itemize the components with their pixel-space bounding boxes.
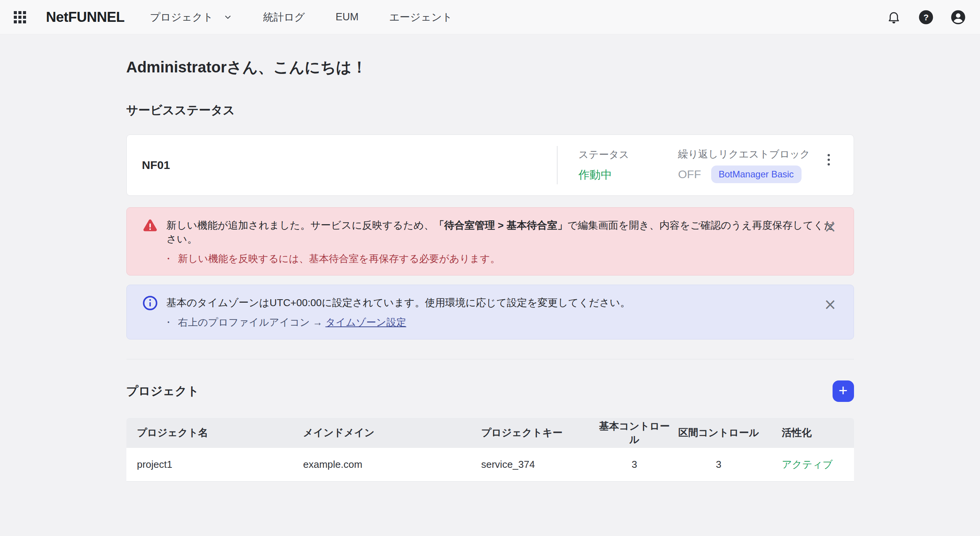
info-circle-icon [142,295,158,311]
warning-close-icon[interactable]: × [822,218,838,236]
col-header-section-control: 区間コントロール [675,426,763,439]
col-header-project-key: プロジェクトキー [481,426,594,439]
service-status-details: ステータス 作動中 繰り返しリクエストブロック OFF BotManager B… [557,146,854,184]
info-bullet: ・ 右上のプロファイルアイコン → タイムゾーン設定 [164,316,630,329]
notification-bell-icon[interactable] [886,9,902,25]
request-block-column: 繰り返しリクエストブロック OFF BotManager Basic [678,148,810,183]
info-alert: 基本のタイムゾーンはUTC+00:00に設定されています。使用環境に応じて設定を… [126,285,854,339]
profile-avatar-icon[interactable] [950,9,966,25]
menu-item-eum[interactable]: EUM [335,10,358,24]
page-greeting: Administratorさん、こんにちは！ [126,57,854,78]
add-project-button[interactable]: + [833,380,854,402]
projects-heading: プロジェクト [126,383,199,399]
service-status-card: NF01 ステータス 作動中 繰り返しリクエストブロック OFF BotMana… [126,134,854,196]
section-divider [126,359,854,359]
request-block-label: 繰り返しリクエストブロック [678,148,810,161]
col-header-activation: 活性化 [763,426,854,439]
warning-bullet: ・ 新しい機能を反映するには、基本待合室を再保存する必要があります。 [164,252,838,266]
service-name: NF01 [127,159,170,172]
top-navbar: NetFUNNEL プロジェクト 統計ログ EUM エージェント [0,0,980,34]
info-message: 基本のタイムゾーンはUTC+00:00に設定されています。使用環境に応じて設定を… [167,296,630,310]
table-row[interactable]: project1 example.com service_374 3 3 アクテ… [126,448,854,482]
main-menu: プロジェクト 統計ログ EUM エージェント [150,10,452,24]
cell-main-domain: example.com [303,459,481,470]
info-close-icon[interactable]: × [822,295,838,313]
cell-section-control: 3 [675,459,763,470]
menu-item-agent[interactable]: エージェント [389,10,452,24]
card-menu-kebab-icon[interactable] [826,152,831,167]
navbar-actions: ? [886,9,966,25]
warning-alert: 新しい機能が追加されました。サービスに反映するため、「待合室管理 > 基本待合室… [126,207,854,275]
warning-triangle-icon [142,218,158,234]
col-header-main-domain: メインドメイン [303,426,481,439]
projects-table-header: プロジェクト名 メインドメイン プロジェクトキー 基本コントロール 区間コントロ… [126,418,854,448]
svg-text:?: ? [923,12,929,22]
menu-item-project[interactable]: プロジェクト [150,10,232,24]
menu-item-agent-label: エージェント [389,10,452,24]
cell-activation-status: アクティブ [763,458,854,471]
cell-basic-control: 3 [594,459,675,470]
cell-project-key: service_374 [481,459,594,470]
col-header-project-name: プロジェクト名 [126,426,303,439]
service-status-heading: サービスステータス [126,102,854,118]
menu-item-project-label: プロジェクト [150,10,213,24]
help-icon[interactable]: ? [918,9,934,25]
projects-header: プロジェクト + [126,380,854,402]
menu-item-eum-label: EUM [335,11,358,23]
status-value: 作動中 [579,167,678,183]
request-block-value: OFF [678,168,701,181]
netfunnel-logo[interactable]: NetFUNNEL [46,9,124,25]
status-label: ステータス [579,148,678,161]
menu-item-stats-log-label: 統計ログ [263,10,305,24]
apps-grid-icon[interactable] [14,11,26,23]
cell-project-name: project1 [126,459,303,470]
projects-table: プロジェクト名 メインドメイン プロジェクトキー 基本コントロール 区間コントロ… [126,418,854,482]
warning-message: 新しい機能が追加されました。サービスに反映するため、「待合室管理 > 基本待合室… [167,219,838,246]
chevron-down-icon [223,13,232,22]
status-column: ステータス 作動中 [558,148,678,183]
botmanager-badge: BotManager Basic [711,166,802,183]
main-content: Administratorさん、こんにちは！ サービスステータス NF01 ステ… [126,57,854,482]
menu-item-stats-log[interactable]: 統計ログ [263,10,305,24]
col-header-basic-control: 基本コントロール [594,420,675,446]
timezone-settings-link[interactable]: タイムゾーン設定 [326,316,406,328]
